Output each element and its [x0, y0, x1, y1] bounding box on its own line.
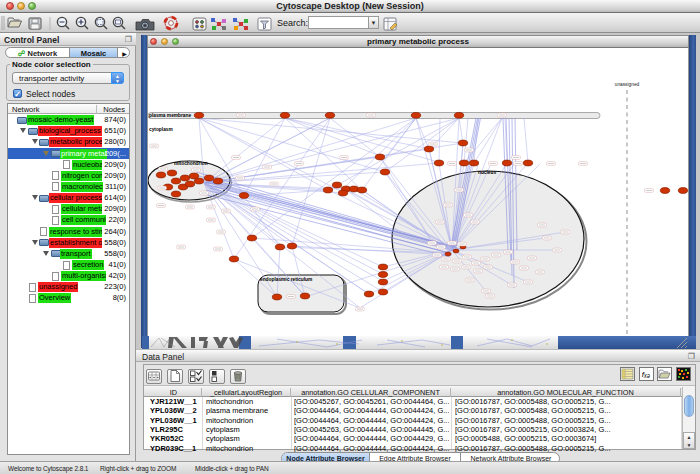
- svg-text:mitochondrion: mitochondrion: [174, 161, 208, 166]
- svg-text:plasma membrane: plasma membrane: [149, 113, 191, 118]
- svg-text:unassigned: unassigned: [615, 82, 640, 87]
- svg-text:cytoplasm: cytoplasm: [149, 127, 173, 132]
- svg-text:nucleus: nucleus: [478, 170, 496, 175]
- svg-text:endoplasmic reticulum: endoplasmic reticulum: [260, 277, 312, 282]
